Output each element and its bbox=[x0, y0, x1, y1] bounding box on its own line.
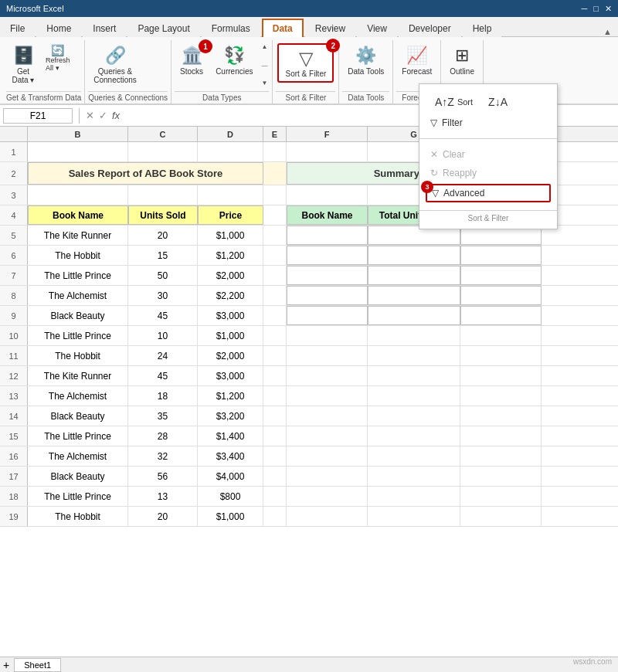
cell-c19[interactable]: 20 bbox=[128, 507, 198, 526]
cell-c8[interactable]: 30 bbox=[128, 286, 198, 305]
cell-g7[interactable] bbox=[368, 266, 460, 285]
cell-g17[interactable] bbox=[368, 467, 460, 486]
cell-c6[interactable]: 15 bbox=[128, 246, 198, 265]
col-header-c[interactable]: C bbox=[128, 127, 198, 141]
cell-h12[interactable] bbox=[460, 366, 542, 385]
tab-page-layout[interactable]: Page Layout bbox=[127, 19, 199, 37]
insert-function-icon[interactable]: fx bbox=[112, 110, 120, 121]
name-box[interactable] bbox=[3, 108, 73, 124]
tab-view[interactable]: View bbox=[357, 19, 397, 37]
cell-d16[interactable]: $3,400 bbox=[198, 446, 263, 466]
cell-e9[interactable] bbox=[263, 306, 287, 325]
cell-g9[interactable] bbox=[368, 306, 460, 325]
cell-e12[interactable] bbox=[263, 366, 287, 385]
tab-insert[interactable]: Insert bbox=[83, 19, 126, 37]
cell-f5[interactable] bbox=[287, 226, 368, 245]
tab-developer[interactable]: Developer bbox=[399, 19, 461, 37]
cell-c5[interactable]: 20 bbox=[128, 226, 198, 245]
cell-b17[interactable]: Black Beauty bbox=[28, 467, 128, 486]
cell-f3[interactable] bbox=[287, 185, 368, 205]
cell-c15[interactable]: 28 bbox=[128, 426, 198, 446]
cell-b12[interactable]: The Kite Runner bbox=[28, 366, 128, 385]
cell-b13[interactable]: The Alchemist bbox=[28, 386, 128, 406]
cell-d17[interactable]: $4,000 bbox=[198, 467, 263, 486]
cell-c17[interactable]: 56 bbox=[128, 467, 198, 486]
cell-b18[interactable]: The Little Prince bbox=[28, 487, 128, 506]
col-header-e[interactable]: E bbox=[263, 127, 287, 141]
cell-f4-header[interactable]: Book Name bbox=[287, 205, 368, 225]
minimize-icon[interactable]: ─ bbox=[582, 4, 588, 14]
forecast-button[interactable]: 📈 Forecast bbox=[396, 42, 437, 80]
cell-c13[interactable]: 18 bbox=[128, 386, 198, 406]
cell-f13[interactable] bbox=[287, 386, 368, 406]
cell-c14[interactable]: 35 bbox=[128, 406, 198, 426]
cell-f11[interactable] bbox=[287, 346, 368, 365]
cell-g19[interactable] bbox=[368, 507, 460, 526]
cell-e14[interactable] bbox=[263, 406, 287, 426]
cell-d19[interactable]: $1,000 bbox=[198, 507, 263, 526]
cell-f18[interactable] bbox=[287, 487, 368, 506]
close-icon[interactable]: ✕ bbox=[605, 4, 612, 14]
cell-b16[interactable]: The Alchemist bbox=[28, 446, 128, 466]
cell-d12[interactable]: $3,000 bbox=[198, 366, 263, 385]
cell-f14[interactable] bbox=[287, 406, 368, 426]
cell-f16[interactable] bbox=[287, 446, 368, 466]
cell-e4[interactable] bbox=[263, 205, 287, 225]
sort-az-button[interactable]: A↑Z Sort bbox=[430, 93, 477, 110]
tab-formulas[interactable]: Formulas bbox=[202, 19, 260, 37]
cell-h17[interactable] bbox=[460, 467, 542, 486]
data-tools-button[interactable]: ⚙️ Data Tools bbox=[342, 42, 389, 80]
cell-d7[interactable]: $2,000 bbox=[198, 266, 263, 285]
cell-b5[interactable]: The Kite Runner bbox=[28, 226, 128, 245]
cell-e10[interactable] bbox=[263, 326, 287, 345]
outline-button[interactable]: ⊞ Outline bbox=[444, 42, 480, 80]
cell-h16[interactable] bbox=[460, 446, 542, 466]
col-header-b[interactable]: B bbox=[28, 127, 128, 141]
cell-f10[interactable] bbox=[287, 326, 368, 345]
cell-b6[interactable]: The Hobbit bbox=[28, 246, 128, 265]
cell-e15[interactable] bbox=[263, 426, 287, 446]
cell-f6[interactable] bbox=[287, 246, 368, 265]
cell-e5[interactable] bbox=[263, 226, 287, 245]
cell-f9[interactable] bbox=[287, 306, 368, 325]
cancel-formula-icon[interactable]: ✕ bbox=[86, 110, 94, 121]
cell-c12[interactable]: 45 bbox=[128, 366, 198, 385]
cell-e16[interactable] bbox=[263, 446, 287, 466]
cell-c9[interactable]: 45 bbox=[128, 306, 198, 325]
tab-help[interactable]: Help bbox=[463, 19, 502, 37]
cell-g10[interactable] bbox=[368, 326, 460, 345]
cell-d11[interactable]: $2,000 bbox=[198, 346, 263, 365]
cell-h14[interactable] bbox=[460, 406, 542, 426]
cell-h18[interactable] bbox=[460, 487, 542, 506]
cell-f19[interactable] bbox=[287, 507, 368, 526]
filter-button[interactable]: ▽ Filter bbox=[426, 115, 551, 131]
cell-d18[interactable]: $800 bbox=[198, 487, 263, 506]
cell-c16[interactable]: 32 bbox=[128, 446, 198, 466]
add-sheet-button[interactable]: + bbox=[3, 659, 9, 671]
expand-data-types[interactable]: ▲ — ▼ bbox=[260, 42, 269, 88]
cell-d15[interactable]: $1,400 bbox=[198, 426, 263, 446]
cell-e6[interactable] bbox=[263, 246, 287, 265]
cell-b3[interactable] bbox=[28, 185, 128, 205]
cell-d4-header[interactable]: Price bbox=[198, 205, 263, 225]
tab-review[interactable]: Review bbox=[305, 19, 355, 37]
cell-c18[interactable]: 13 bbox=[128, 487, 198, 506]
cell-b19[interactable]: The Hobbit bbox=[28, 507, 128, 526]
cell-g13[interactable] bbox=[368, 386, 460, 406]
cell-b8[interactable]: The Alchemist bbox=[28, 286, 128, 305]
cell-e1[interactable] bbox=[263, 142, 287, 161]
cell-c4-header[interactable]: Units Sold bbox=[128, 205, 198, 225]
sheet-tab-1[interactable]: Sheet1 bbox=[14, 658, 61, 672]
cell-c7[interactable]: 50 bbox=[128, 266, 198, 285]
cell-e8[interactable] bbox=[263, 286, 287, 305]
cell-f7[interactable] bbox=[287, 266, 368, 285]
cell-g11[interactable] bbox=[368, 346, 460, 365]
cell-b4-header[interactable]: Book Name bbox=[28, 205, 128, 225]
refresh-all-button[interactable]: 🔄 RefreshAll ▾ bbox=[42, 42, 74, 74]
col-header-f[interactable]: F bbox=[287, 127, 368, 141]
cell-f17[interactable] bbox=[287, 467, 368, 486]
get-data-button[interactable]: 🗄️ GetData ▾ bbox=[6, 42, 40, 88]
cell-b10[interactable]: The Little Prince bbox=[28, 326, 128, 345]
queries-connections-button[interactable]: 🔗 Queries &Connections bbox=[88, 42, 142, 88]
cell-h9[interactable] bbox=[460, 306, 542, 325]
